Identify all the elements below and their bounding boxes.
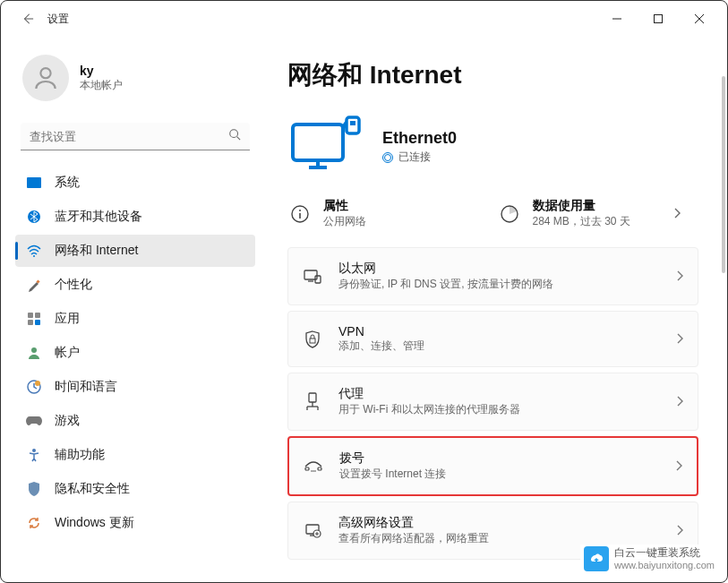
network-icon <box>26 243 42 259</box>
user-name: ky <box>80 64 123 78</box>
nav-item-personalize[interactable]: 个性化 <box>15 269 255 301</box>
window-title: 设置 <box>47 12 69 27</box>
svg-point-18 <box>32 449 36 452</box>
setting-ethernet[interactable]: 以太网 身份验证, IP 和 DNS 设置, 按流量计费的网络 <box>287 247 698 305</box>
svg-rect-7 <box>27 177 41 188</box>
back-button[interactable] <box>19 10 37 28</box>
data-usage-sub: 284 MB，过去 30 天 <box>533 214 630 229</box>
advanced-network-icon <box>303 521 322 541</box>
nav-label: 帐户 <box>55 345 80 361</box>
svg-rect-13 <box>28 320 33 325</box>
properties-button[interactable]: 属性 公用网络 <box>287 198 479 229</box>
monitor-ethernet-icon <box>287 116 364 178</box>
main-content: 网络和 Internet Ethernet0 已连接 <box>270 37 727 582</box>
page-title: 网络和 Internet <box>273 58 702 92</box>
setting-sub: 添加、连接、管理 <box>338 339 660 354</box>
svg-point-41 <box>314 470 316 472</box>
nav-item-accounts[interactable]: 帐户 <box>15 337 255 369</box>
avatar <box>22 55 69 101</box>
scrollbar[interactable] <box>722 76 725 273</box>
update-icon <box>26 515 42 531</box>
minimize-button[interactable] <box>596 4 638 33</box>
window-controls <box>596 4 720 33</box>
setting-title: 以太网 <box>338 261 660 277</box>
network-status-card: Ethernet0 已连接 <box>273 108 702 193</box>
setting-title: VPN <box>338 324 660 339</box>
setting-sub: 用于 Wi-Fi 和以太网连接的代理服务器 <box>338 402 660 417</box>
svg-rect-14 <box>35 320 40 325</box>
setting-vpn[interactable]: VPN 添加、连接、管理 <box>287 311 698 367</box>
svg-rect-31 <box>310 339 315 343</box>
setting-sub: 身份验证, IP 和 DNS 设置, 按流量计费的网络 <box>338 277 660 292</box>
nav-label: 隐私和安全性 <box>55 481 130 497</box>
nav-label: 蓝牙和其他设备 <box>55 209 142 225</box>
svg-rect-23 <box>350 121 355 125</box>
svg-point-9 <box>33 255 35 257</box>
gaming-icon <box>26 413 42 429</box>
ethernet-icon <box>303 267 322 287</box>
nav-label: Windows 更新 <box>55 515 134 531</box>
properties-title: 属性 <box>323 198 366 214</box>
setting-title: 代理 <box>338 386 660 402</box>
nav-item-update[interactable]: Windows 更新 <box>15 507 255 539</box>
network-name: Ethernet0 <box>382 129 457 148</box>
svg-rect-19 <box>293 124 343 160</box>
nav-item-bluetooth[interactable]: 蓝牙和其他设备 <box>15 201 255 233</box>
privacy-icon <box>26 481 42 497</box>
setting-title: 拨号 <box>339 450 659 467</box>
svg-point-5 <box>230 130 238 138</box>
nav-label: 时间和语言 <box>55 379 117 395</box>
nav-item-system[interactable]: 系统 <box>15 167 255 199</box>
svg-rect-11 <box>28 313 33 318</box>
nav-item-time[interactable]: 时间和语言 <box>15 371 255 403</box>
setting-proxy[interactable]: 代理 用于 Wi-Fi 和以太网连接的代理服务器 <box>287 373 698 431</box>
titlebar: 设置 <box>1 1 727 37</box>
setting-title: 高级网络设置 <box>338 515 660 531</box>
nav-item-apps[interactable]: 应用 <box>15 303 255 335</box>
svg-point-39 <box>311 470 313 472</box>
svg-rect-1 <box>655 15 663 23</box>
nav-item-network[interactable]: 网络和 Internet <box>15 235 255 267</box>
nav-label: 系统 <box>55 175 80 191</box>
chevron-right-icon <box>673 206 688 222</box>
globe-icon <box>382 152 393 163</box>
dialup-icon <box>304 457 323 476</box>
watermark: 白云一键重装系统 www.baiyunxitong.com <box>580 544 718 573</box>
nav-item-accessibility[interactable]: 辅助功能 <box>15 439 255 471</box>
system-icon <box>26 175 42 191</box>
close-button[interactable] <box>679 4 720 33</box>
data-usage-icon <box>497 201 522 227</box>
svg-point-17 <box>35 381 40 386</box>
svg-point-40 <box>313 470 314 472</box>
maximize-button[interactable] <box>638 4 679 33</box>
chevron-right-icon <box>676 523 683 539</box>
nav-label: 辅助功能 <box>55 447 105 463</box>
data-usage-button[interactable]: 数据使用量 284 MB，过去 30 天 <box>497 198 689 229</box>
nav-item-privacy[interactable]: 隐私和安全性 <box>15 473 255 505</box>
personalize-icon <box>26 277 42 293</box>
chevron-right-icon <box>676 394 683 410</box>
accounts-icon <box>26 345 42 361</box>
properties-sub: 公用网络 <box>323 214 366 229</box>
nav-label: 网络和 Internet <box>55 243 138 259</box>
svg-rect-32 <box>309 393 316 402</box>
search-box[interactable] <box>21 123 250 150</box>
chevron-right-icon <box>676 269 683 285</box>
user-profile[interactable]: ky 本地帐户 <box>15 44 255 119</box>
setting-sub: 设置拨号 Internet 连接 <box>339 467 659 482</box>
watermark-url: www.baiyunxitong.com <box>614 560 715 570</box>
accessibility-icon <box>26 447 42 463</box>
svg-point-25 <box>299 210 301 211</box>
nav-item-gaming[interactable]: 游戏 <box>15 405 255 437</box>
sidebar: ky 本地帐户 系统 蓝牙和其他设备 网络和 Internet <box>1 37 270 582</box>
chevron-right-icon <box>676 331 683 347</box>
nav: 系统 蓝牙和其他设备 网络和 Internet 个性化 应用 帐户 <box>15 167 255 539</box>
apps-icon <box>26 311 42 327</box>
search-input[interactable] <box>30 130 228 143</box>
nav-label: 游戏 <box>55 413 80 429</box>
time-icon <box>26 379 42 395</box>
data-usage-title: 数据使用量 <box>533 198 630 214</box>
user-sub: 本地帐户 <box>80 78 123 93</box>
setting-dialup[interactable]: 拨号 设置拨号 Internet 连接 <box>287 436 698 496</box>
search-icon <box>228 128 241 144</box>
